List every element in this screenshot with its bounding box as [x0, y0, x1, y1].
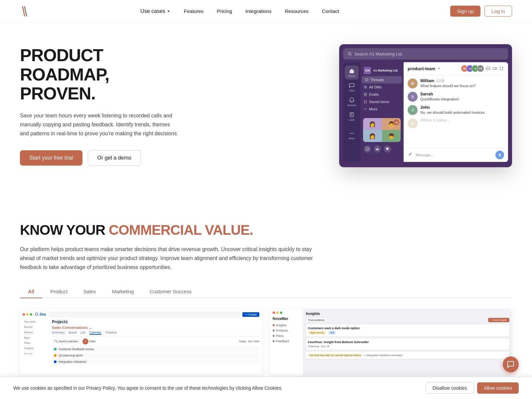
nav-contact[interactable]: Contact	[322, 8, 339, 14]
sarrah-avatar: S	[408, 92, 418, 102]
hero-subtitle: Save your team hours every week listenin…	[20, 111, 180, 138]
filter-button[interactable]: F Filter	[82, 338, 95, 344]
message-john: J John No, we should build automated inv…	[408, 105, 504, 115]
nm-plans-nav[interactable]: Plans	[273, 333, 300, 338]
nav-more-icon[interactable]: More	[345, 128, 359, 142]
chat-messages: W William 12:58 What feature should we f…	[404, 75, 508, 148]
video-icon[interactable]	[492, 66, 497, 71]
jira-starred[interactable]: Starred	[23, 330, 49, 334]
jira-search-bar[interactable]	[49, 312, 240, 318]
signup-button[interactable]: Sign up	[450, 6, 480, 17]
channel-drafts[interactable]: Drafts	[360, 91, 403, 98]
date-display: Today	[239, 340, 246, 343]
jira-logo: ⬡ Jira	[35, 312, 46, 317]
nav-links: Use cases Features Pricing Integrations …	[140, 8, 339, 14]
disallow-cookies-button[interactable]: Disallow cookies	[426, 382, 474, 394]
chat-header-actions: W S J +4	[461, 65, 504, 72]
channel-threads[interactable]: Threads	[362, 76, 402, 83]
new-insight-button[interactable]: + New insight	[488, 318, 509, 322]
jira-main: Projects Sales Conversations ... Summary…	[52, 320, 259, 364]
nav-integrations[interactable]: Integrations	[245, 8, 271, 14]
nav-home-icon[interactable]: Home	[345, 66, 359, 79]
channel-all-dms[interactable]: All DMs	[360, 83, 403, 91]
category-tabs: All Product Sales Marketing Customer Suc…	[20, 285, 512, 298]
nav-later-icon[interactable]: Later	[345, 109, 359, 123]
nav-pricing[interactable]: Pricing	[217, 8, 232, 14]
jira-toolbar: 🔍 Search calendar F Filter Today Dec 202…	[52, 338, 259, 344]
channel-more[interactable]: More	[360, 105, 403, 113]
mockup-search-bar[interactable]: Search A1 Marketing Ltd.	[343, 48, 508, 60]
search-placeholder: Search A1 Marketing Ltd.	[354, 52, 403, 57]
hero-title: PRODUCT ROADMAP, PROVEN.	[20, 46, 180, 103]
attachment-icon[interactable]	[408, 152, 413, 158]
jira-your-work[interactable]: Your work	[23, 320, 49, 324]
logo[interactable]	[20, 5, 29, 17]
nm-insights-nav[interactable]: Insights	[273, 323, 300, 328]
allow-cookies-button[interactable]: Allow cookies	[477, 382, 519, 394]
start-trial-button[interactable]: Start your free trial	[20, 150, 82, 166]
login-button[interactable]: Log in	[484, 6, 512, 17]
jira-apps[interactable]: Apps	[23, 335, 49, 340]
jira-plans[interactable]: Plans	[23, 341, 49, 345]
nav-activity-icon[interactable]: Activity	[345, 95, 359, 109]
hero-buttons: Start your free trial Or get a demo	[20, 150, 180, 166]
find-evidence-button[interactable]: Find evidence	[306, 318, 327, 323]
nm-products-nav[interactable]: Products	[273, 328, 300, 333]
svg-point-11	[365, 87, 366, 88]
hero-section: PRODUCT ROADMAP, PROVEN. Save your team …	[0, 23, 532, 196]
tab-timeline[interactable]: Timeline	[105, 331, 117, 335]
cookie-message: We use cookies as specified in our Priva…	[13, 385, 412, 391]
message-william: W William 12:58 What feature should we f…	[408, 78, 504, 88]
thumbs-button[interactable]	[374, 145, 381, 153]
svg-line-1	[25, 7, 27, 16]
svg-point-9	[353, 133, 354, 134]
tab-marketing[interactable]: Marketing	[104, 285, 142, 298]
jira-layout: Your work Recent Starred Apps Plans Proj…	[23, 320, 259, 364]
jira-create-button[interactable]: + Create	[242, 312, 259, 317]
jira-projects[interactable]: Projects	[23, 346, 49, 350]
expand-icon[interactable]	[499, 66, 504, 71]
jira-sidebar: Your work Recent Starred Apps Plans Proj…	[23, 320, 49, 364]
search-calendar-button[interactable]: 🔍 Search calendar	[52, 339, 80, 343]
tab-sales[interactable]: Sales	[75, 285, 104, 298]
sarrah-message-content: Sarrah QuickBooks integration!	[420, 92, 459, 101]
insights-main: Insights Find evidence + New insight Cus…	[303, 309, 512, 375]
nav-use-cases[interactable]: Use cases	[140, 8, 171, 14]
svg-point-16	[366, 109, 367, 109]
nav-actions: Sign up Log in	[450, 6, 512, 17]
send-button[interactable]	[495, 151, 504, 159]
tab-calendar[interactable]: Calendar	[89, 331, 102, 335]
svg-point-14	[364, 109, 365, 109]
insight-2-title: Four/Four: Insight from Bettson Schroede…	[308, 340, 507, 344]
headphone-icon[interactable]	[485, 66, 491, 71]
live-chat-widget[interactable]	[503, 356, 519, 372]
get-demo-button[interactable]: Or get a demo	[88, 150, 141, 166]
tab-summary[interactable]: Summary	[52, 331, 65, 335]
tab-product[interactable]: Product	[42, 285, 75, 298]
tab-board[interactable]: Board	[69, 331, 77, 335]
screenshot-grid: ⬡ Jira + Create Your work Recent Starred…	[20, 309, 512, 375]
overflow-count: +3	[393, 119, 399, 125]
channel-saved[interactable]: Saved items	[360, 98, 403, 105]
message-input[interactable]: Message…	[416, 153, 493, 157]
jira-recent[interactable]: Recent	[23, 325, 49, 329]
heart-button[interactable]	[384, 145, 391, 153]
month-display: Dec 2024	[248, 340, 259, 343]
app-mockup: Search A1 Marketing Ltd. Home DMs	[339, 44, 512, 167]
commercial-value-section: KNOW YOUR COMMERCIAL VALUE. Our platform…	[0, 196, 532, 399]
emoji-button[interactable]	[364, 145, 371, 153]
tab-all[interactable]: All	[20, 285, 42, 298]
jira-recent-link[interactable]: Recent	[23, 351, 49, 356]
navigation: Use cases Features Pricing Integrations …	[0, 0, 532, 23]
insights-mockup: NovaMar Insights Products Plans	[270, 309, 512, 375]
tab-customer-success[interactable]: Customer Success	[142, 285, 200, 298]
nav-dms-icon[interactable]: DMs	[345, 80, 359, 94]
nav-resources[interactable]: Resources	[285, 8, 309, 14]
nav-features[interactable]: Features	[184, 8, 203, 14]
insights-title: Insights	[306, 312, 509, 316]
svg-line-3	[350, 55, 351, 55]
nm-feedback-nav[interactable]: Feedback	[273, 338, 300, 344]
tab-list[interactable]: List	[81, 331, 85, 335]
jira-row-3: Integration milestone	[52, 359, 259, 364]
avatar-overflow: +4	[477, 65, 484, 72]
